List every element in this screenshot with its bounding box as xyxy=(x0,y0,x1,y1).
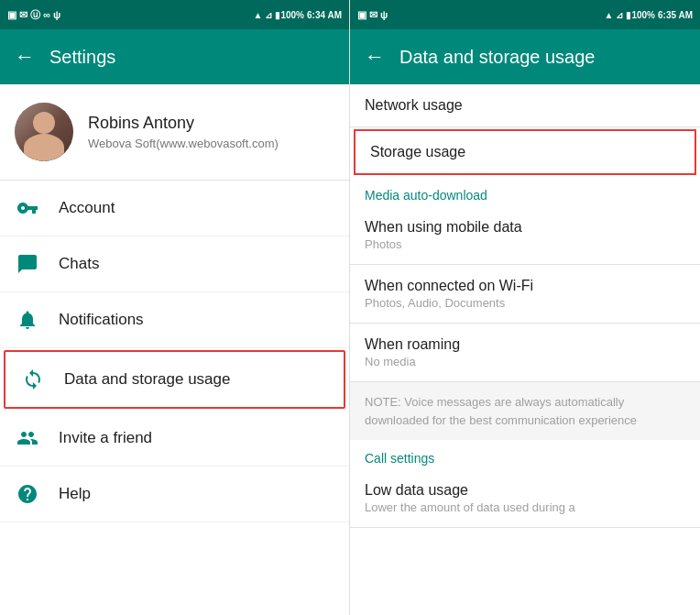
wifi-title: When connected on Wi-Fi xyxy=(365,278,685,294)
data-icon xyxy=(20,367,46,392)
time-display: 6:34 AM xyxy=(307,10,342,20)
settings-item-roaming[interactable]: When roaming No media xyxy=(350,324,700,382)
low-data-title: Low data usage xyxy=(365,482,685,499)
storage-title: Storage usage xyxy=(370,144,680,160)
signal-icon: ▲ xyxy=(254,10,263,20)
right-signal-icon: ▲ xyxy=(605,10,614,20)
right-wifi-icon: ⊿ xyxy=(616,10,623,20)
left-panel: ▣ ✉ ⓤ ∞ ψ ▲ ⊿ ▮100% 6:34 AM ← Settings R… xyxy=(0,0,350,615)
settings-item-storage[interactable]: Storage usage xyxy=(354,129,696,175)
invite-icon xyxy=(15,425,40,451)
profile-section[interactable]: Robins Antony Webova Soft(www.webovasoft… xyxy=(0,84,349,181)
battery-icon: ▮100% xyxy=(275,10,304,20)
right-toolbar: ← Data and storage usage xyxy=(350,29,700,84)
left-toolbar-title: Settings xyxy=(49,47,115,68)
low-data-subtitle: Lower the amount of data used during a xyxy=(365,500,685,514)
menu-item-notifications[interactable]: Notifications xyxy=(0,292,349,348)
right-time-display: 6:35 AM xyxy=(658,10,693,20)
mobile-title: When using mobile data xyxy=(365,219,685,236)
media-section-header: Media auto-download xyxy=(350,177,700,206)
chats-label: Chats xyxy=(59,255,99,273)
menu-list: Account Chats Notifications xyxy=(0,181,349,615)
settings-list: Network usage Storage usage Media auto-d… xyxy=(350,84,700,615)
wifi-subtitle: Photos, Audio, Documents xyxy=(365,296,685,310)
account-label: Account xyxy=(59,199,115,217)
back-button[interactable]: ← xyxy=(15,45,35,69)
bell-icon xyxy=(15,307,40,333)
right-battery-icon: ▮100% xyxy=(626,10,655,20)
menu-item-data[interactable]: Data and storage usage xyxy=(4,350,345,409)
right-back-button[interactable]: ← xyxy=(365,45,385,69)
menu-item-account[interactable]: Account xyxy=(0,181,349,236)
settings-item-mobile[interactable]: When using mobile data Photos xyxy=(350,206,700,265)
profile-info: Robins Antony Webova Soft(www.webovasoft… xyxy=(88,114,279,150)
right-app-icons: ▣ ✉ ψ xyxy=(357,9,388,21)
help-icon xyxy=(15,481,40,507)
status-bar-right-icons: ▲ ⊿ ▮100% 6:34 AM xyxy=(254,10,342,20)
menu-item-help[interactable]: Help xyxy=(0,467,349,522)
menu-item-chats[interactable]: Chats xyxy=(0,236,349,292)
right-status-left: ▣ ✉ ψ xyxy=(357,9,388,21)
roaming-title: When roaming xyxy=(365,336,685,353)
left-toolbar: ← Settings xyxy=(0,29,349,84)
profile-name: Robins Antony xyxy=(88,114,279,133)
status-bar-left-icons: ▣ ✉ ⓤ ∞ ψ xyxy=(7,8,60,22)
call-section-header: Call settings xyxy=(350,440,700,469)
chat-icon xyxy=(15,251,40,277)
roaming-subtitle: No media xyxy=(365,355,685,368)
settings-item-wifi[interactable]: When connected on Wi-Fi Photos, Audio, D… xyxy=(350,265,700,324)
invite-label: Invite a friend xyxy=(59,429,152,447)
right-toolbar-title: Data and storage usage xyxy=(399,47,596,68)
data-label: Data and storage usage xyxy=(64,370,230,389)
notifications-label: Notifications xyxy=(59,311,144,329)
settings-item-low-data[interactable]: Low data usage Lower the amount of data … xyxy=(350,469,700,528)
profile-subtitle: Webova Soft(www.webovasoft.com) xyxy=(88,137,279,150)
app-icons: ▣ ✉ ⓤ ∞ ψ xyxy=(7,8,60,22)
network-title: Network usage xyxy=(365,97,685,114)
menu-item-invite[interactable]: Invite a friend xyxy=(0,411,349,467)
note-box: NOTE: Voice messages are always automati… xyxy=(350,382,700,440)
right-status-bar: ▣ ✉ ψ ▲ ⊿ ▮100% 6:35 AM xyxy=(350,0,700,29)
help-label: Help xyxy=(59,485,91,503)
left-status-bar: ▣ ✉ ⓤ ∞ ψ ▲ ⊿ ▮100% 6:34 AM xyxy=(0,0,349,29)
right-status-right: ▲ ⊿ ▮100% 6:35 AM xyxy=(605,10,693,20)
mobile-subtitle: Photos xyxy=(365,237,685,251)
key-icon xyxy=(15,195,40,221)
wifi-icon: ⊿ xyxy=(265,10,272,20)
avatar-image xyxy=(15,103,73,161)
settings-item-network[interactable]: Network usage xyxy=(350,84,700,127)
avatar xyxy=(15,103,73,161)
right-panel: ▣ ✉ ψ ▲ ⊿ ▮100% 6:35 AM ← Data and stora… xyxy=(350,0,700,615)
